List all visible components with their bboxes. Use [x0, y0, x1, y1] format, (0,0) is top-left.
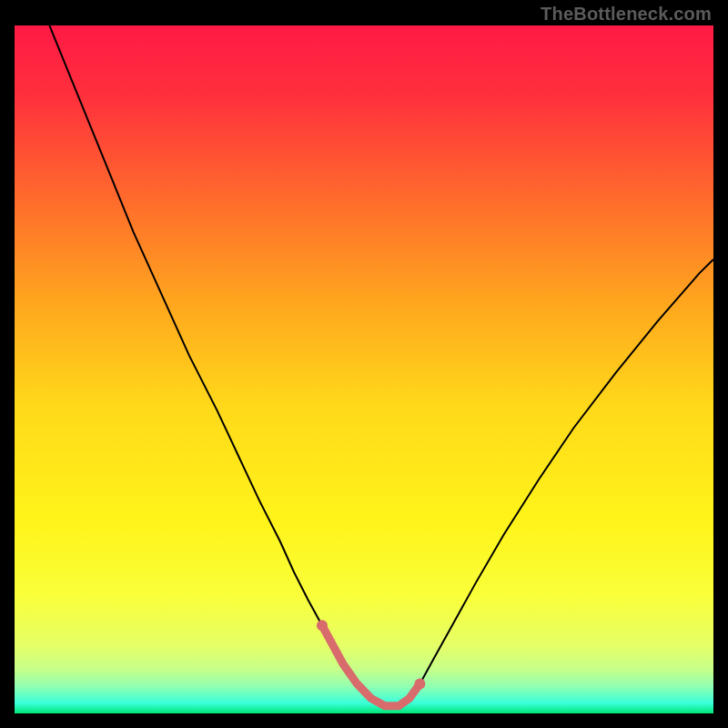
- chart-svg: [15, 25, 713, 713]
- plot-area: [15, 25, 713, 713]
- watermark-text: TheBottleneck.com: [541, 4, 712, 25]
- highlight-marker: [317, 620, 328, 631]
- gradient-background: [15, 25, 713, 713]
- chart-frame: TheBottleneck.com: [0, 0, 728, 728]
- highlight-marker: [414, 678, 425, 689]
